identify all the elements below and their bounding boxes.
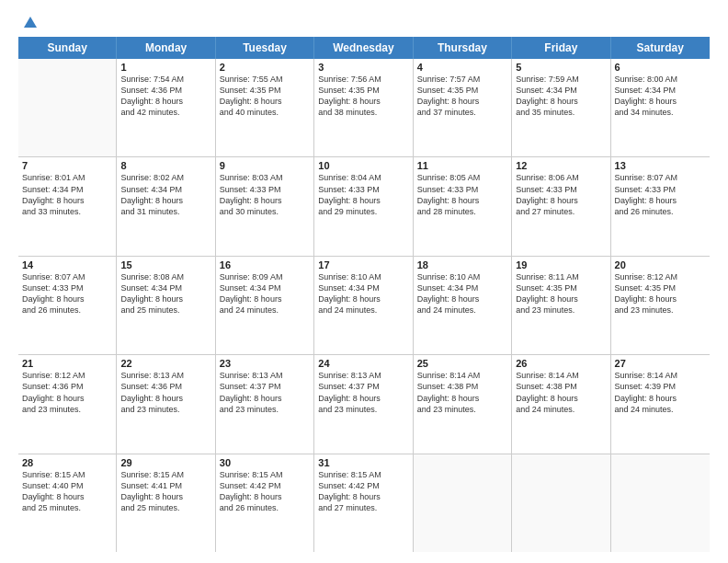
calendar-body: 1Sunrise: 7:54 AM Sunset: 4:36 PM Daylig… <box>18 59 710 552</box>
calendar-week-2: 7Sunrise: 8:01 AM Sunset: 4:34 PM Daylig… <box>18 157 710 256</box>
day-number: 15 <box>120 259 210 270</box>
day-info: Sunrise: 8:01 AM Sunset: 4:34 PM Dayligh… <box>22 172 112 217</box>
calendar-cell: 6Sunrise: 8:00 AM Sunset: 4:34 PM Daylig… <box>611 59 710 156</box>
calendar-cell: 2Sunrise: 7:55 AM Sunset: 4:35 PM Daylig… <box>216 59 314 156</box>
calendar-cell: 10Sunrise: 8:04 AM Sunset: 4:33 PM Dayli… <box>314 157 413 255</box>
day-info: Sunrise: 8:11 AM Sunset: 4:35 PM Dayligh… <box>516 271 606 316</box>
calendar-cell: 13Sunrise: 8:07 AM Sunset: 4:33 PM Dayli… <box>611 157 710 255</box>
day-info: Sunrise: 8:07 AM Sunset: 4:33 PM Dayligh… <box>22 271 112 316</box>
calendar-cell: 12Sunrise: 8:06 AM Sunset: 4:33 PM Dayli… <box>512 157 610 255</box>
day-info: Sunrise: 7:59 AM Sunset: 4:34 PM Dayligh… <box>516 74 606 119</box>
day-info: Sunrise: 8:02 AM Sunset: 4:34 PM Dayligh… <box>120 172 210 217</box>
calendar-cell: 14Sunrise: 8:07 AM Sunset: 4:33 PM Dayli… <box>18 257 117 354</box>
day-number: 21 <box>22 358 112 369</box>
day-number: 11 <box>417 160 507 171</box>
day-number: 3 <box>318 62 408 73</box>
calendar-cell: 8Sunrise: 8:02 AM Sunset: 4:34 PM Daylig… <box>117 157 215 255</box>
day-number: 30 <box>220 457 310 468</box>
calendar-week-4: 21Sunrise: 8:12 AM Sunset: 4:36 PM Dayli… <box>18 355 710 454</box>
calendar-cell: 1Sunrise: 7:54 AM Sunset: 4:36 PM Daylig… <box>117 59 215 156</box>
day-number: 8 <box>120 160 210 171</box>
day-info: Sunrise: 8:14 AM Sunset: 4:39 PM Dayligh… <box>615 370 706 415</box>
calendar-cell: 21Sunrise: 8:12 AM Sunset: 4:36 PM Dayli… <box>18 355 117 453</box>
logo-icon <box>20 11 40 31</box>
day-info: Sunrise: 8:15 AM Sunset: 4:41 PM Dayligh… <box>120 469 210 514</box>
day-info: Sunrise: 7:57 AM Sunset: 4:35 PM Dayligh… <box>417 74 507 119</box>
day-header-tuesday: Tuesday <box>216 37 314 59</box>
day-info: Sunrise: 8:07 AM Sunset: 4:33 PM Dayligh… <box>615 172 706 217</box>
day-header-sunday: Sunday <box>18 37 117 59</box>
day-number: 5 <box>516 62 606 73</box>
calendar-week-3: 14Sunrise: 8:07 AM Sunset: 4:33 PM Dayli… <box>18 257 710 355</box>
calendar-cell <box>414 454 512 552</box>
day-number: 9 <box>220 160 310 171</box>
calendar-cell: 31Sunrise: 8:15 AM Sunset: 4:42 PM Dayli… <box>314 454 413 552</box>
day-info: Sunrise: 7:55 AM Sunset: 4:35 PM Dayligh… <box>220 74 310 119</box>
calendar-header: SundayMondayTuesdayWednesdayThursdayFrid… <box>18 37 710 59</box>
calendar-cell: 5Sunrise: 7:59 AM Sunset: 4:34 PM Daylig… <box>512 59 610 156</box>
day-header-thursday: Thursday <box>414 37 512 59</box>
day-number: 2 <box>220 62 310 73</box>
day-info: Sunrise: 8:14 AM Sunset: 4:38 PM Dayligh… <box>417 370 507 415</box>
calendar-cell: 20Sunrise: 8:12 AM Sunset: 4:35 PM Dayli… <box>611 257 710 354</box>
day-info: Sunrise: 8:09 AM Sunset: 4:34 PM Dayligh… <box>220 271 310 316</box>
calendar: SundayMondayTuesdayWednesdayThursdayFrid… <box>18 37 710 552</box>
day-info: Sunrise: 7:56 AM Sunset: 4:35 PM Dayligh… <box>318 74 408 119</box>
calendar-cell <box>512 454 610 552</box>
day-number: 7 <box>22 160 112 171</box>
day-number: 22 <box>120 358 210 369</box>
day-info: Sunrise: 7:54 AM Sunset: 4:36 PM Dayligh… <box>120 74 210 119</box>
calendar-week-1: 1Sunrise: 7:54 AM Sunset: 4:36 PM Daylig… <box>18 59 710 157</box>
calendar-cell: 28Sunrise: 8:15 AM Sunset: 4:40 PM Dayli… <box>18 454 117 552</box>
calendar-cell: 4Sunrise: 7:57 AM Sunset: 4:35 PM Daylig… <box>414 59 512 156</box>
day-number: 1 <box>120 62 210 73</box>
day-number: 10 <box>318 160 408 171</box>
day-number: 6 <box>615 62 706 73</box>
day-info: Sunrise: 8:10 AM Sunset: 4:34 PM Dayligh… <box>417 271 507 316</box>
calendar-week-5: 28Sunrise: 8:15 AM Sunset: 4:40 PM Dayli… <box>18 454 710 552</box>
day-info: Sunrise: 8:05 AM Sunset: 4:33 PM Dayligh… <box>417 172 507 217</box>
day-number: 12 <box>516 160 606 171</box>
day-number: 28 <box>22 457 112 468</box>
day-info: Sunrise: 8:15 AM Sunset: 4:42 PM Dayligh… <box>318 469 408 514</box>
calendar-cell: 16Sunrise: 8:09 AM Sunset: 4:34 PM Dayli… <box>216 257 314 354</box>
day-number: 27 <box>615 358 706 369</box>
day-info: Sunrise: 8:15 AM Sunset: 4:42 PM Dayligh… <box>220 469 310 514</box>
day-number: 24 <box>318 358 408 369</box>
calendar-cell: 3Sunrise: 7:56 AM Sunset: 4:35 PM Daylig… <box>314 59 413 156</box>
day-header-wednesday: Wednesday <box>314 37 413 59</box>
calendar-cell <box>611 454 710 552</box>
calendar-cell: 27Sunrise: 8:14 AM Sunset: 4:39 PM Dayli… <box>611 355 710 453</box>
calendar-cell: 19Sunrise: 8:11 AM Sunset: 4:35 PM Dayli… <box>512 257 610 354</box>
page: SundayMondayTuesdayWednesdayThursdayFrid… <box>0 0 728 563</box>
day-number: 20 <box>615 259 706 270</box>
header <box>18 15 710 28</box>
day-info: Sunrise: 8:15 AM Sunset: 4:40 PM Dayligh… <box>22 469 112 514</box>
calendar-cell: 17Sunrise: 8:10 AM Sunset: 4:34 PM Dayli… <box>314 257 413 354</box>
day-number: 19 <box>516 259 606 270</box>
day-info: Sunrise: 8:13 AM Sunset: 4:36 PM Dayligh… <box>120 370 210 415</box>
day-number: 18 <box>417 259 507 270</box>
day-header-friday: Friday <box>512 37 610 59</box>
calendar-cell: 18Sunrise: 8:10 AM Sunset: 4:34 PM Dayli… <box>414 257 512 354</box>
day-number: 4 <box>417 62 507 73</box>
calendar-cell: 22Sunrise: 8:13 AM Sunset: 4:36 PM Dayli… <box>117 355 215 453</box>
calendar-cell: 11Sunrise: 8:05 AM Sunset: 4:33 PM Dayli… <box>414 157 512 255</box>
day-number: 23 <box>220 358 310 369</box>
calendar-cell <box>18 59 117 156</box>
calendar-cell: 7Sunrise: 8:01 AM Sunset: 4:34 PM Daylig… <box>18 157 117 255</box>
day-number: 16 <box>220 259 310 270</box>
logo <box>18 15 40 28</box>
day-info: Sunrise: 8:12 AM Sunset: 4:35 PM Dayligh… <box>615 271 706 316</box>
calendar-cell: 25Sunrise: 8:14 AM Sunset: 4:38 PM Dayli… <box>414 355 512 453</box>
day-number: 31 <box>318 457 408 468</box>
calendar-cell: 23Sunrise: 8:13 AM Sunset: 4:37 PM Dayli… <box>216 355 314 453</box>
day-info: Sunrise: 8:10 AM Sunset: 4:34 PM Dayligh… <box>318 271 408 316</box>
day-info: Sunrise: 8:03 AM Sunset: 4:33 PM Dayligh… <box>220 172 310 217</box>
day-info: Sunrise: 8:13 AM Sunset: 4:37 PM Dayligh… <box>220 370 310 415</box>
day-number: 26 <box>516 358 606 369</box>
day-header-saturday: Saturday <box>611 37 710 59</box>
day-number: 25 <box>417 358 507 369</box>
day-info: Sunrise: 8:12 AM Sunset: 4:36 PM Dayligh… <box>22 370 112 415</box>
day-info: Sunrise: 8:00 AM Sunset: 4:34 PM Dayligh… <box>615 74 706 119</box>
